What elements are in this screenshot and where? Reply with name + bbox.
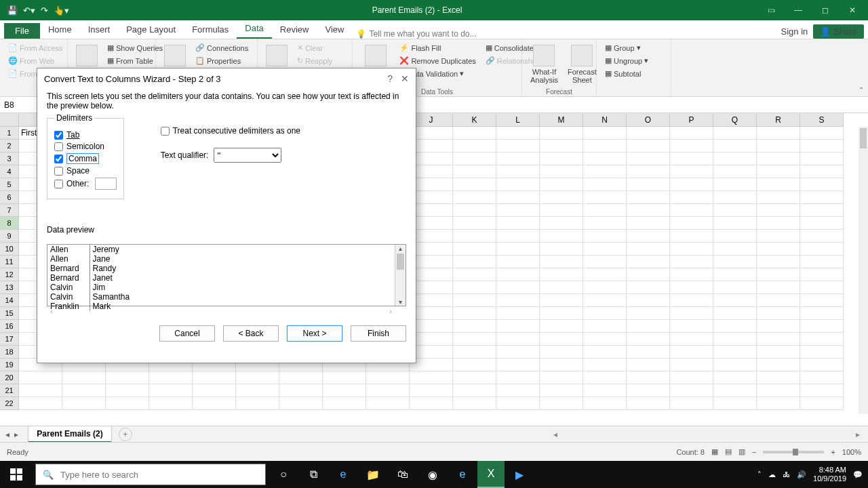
cell[interactable] — [583, 191, 627, 204]
cell[interactable] — [496, 359, 540, 371]
zoom-slider[interactable] — [763, 451, 824, 453]
finish-button[interactable]: Finish — [351, 325, 406, 342]
sort[interactable] — [263, 42, 290, 69]
tray-up-icon[interactable]: ˄ — [757, 470, 762, 479]
cell[interactable] — [713, 384, 757, 397]
cell[interactable] — [496, 294, 540, 307]
cell[interactable] — [583, 333, 627, 346]
cell[interactable] — [713, 191, 757, 204]
cell[interactable] — [627, 178, 670, 191]
cell[interactable] — [279, 371, 323, 384]
cell[interactable] — [540, 256, 583, 268]
cell[interactable] — [800, 333, 844, 346]
cell[interactable] — [757, 268, 800, 281]
cell[interactable] — [540, 320, 583, 333]
cell[interactable] — [670, 140, 713, 152]
cell[interactable] — [583, 230, 627, 243]
cell[interactable] — [62, 384, 106, 397]
cell[interactable] — [627, 281, 670, 294]
cell[interactable] — [713, 268, 757, 281]
cell[interactable] — [583, 268, 627, 281]
touchmode-icon[interactable]: 👆▾ — [54, 5, 69, 16]
signin-link[interactable]: Sign in — [781, 26, 808, 37]
cell[interactable] — [453, 165, 496, 178]
cell[interactable] — [800, 346, 844, 359]
tab-view[interactable]: View — [317, 20, 352, 39]
cell[interactable] — [453, 294, 496, 307]
flash-fill[interactable]: ⚡Flash Fill — [397, 42, 478, 54]
cell[interactable] — [800, 140, 844, 152]
what-if-analysis[interactable]: What-If Analysis — [528, 42, 561, 87]
cell[interactable] — [670, 371, 713, 384]
cell[interactable] — [713, 333, 757, 346]
tab-review[interactable]: Review — [272, 20, 317, 39]
cell[interactable] — [496, 371, 540, 384]
cell[interactable] — [670, 359, 713, 371]
cell[interactable] — [670, 256, 713, 268]
cell[interactable] — [627, 397, 670, 410]
taskbar-search[interactable]: 🔍 Type here to search — [35, 464, 266, 485]
cell[interactable] — [236, 397, 279, 410]
cell[interactable] — [453, 140, 496, 152]
cell[interactable] — [627, 359, 670, 371]
cell[interactable] — [453, 152, 496, 165]
row-header[interactable]: 17 — [0, 333, 19, 346]
cell[interactable] — [670, 294, 713, 307]
cell[interactable] — [670, 268, 713, 281]
row-header[interactable]: 2 — [0, 140, 19, 152]
cell[interactable] — [540, 152, 583, 165]
cell[interactable] — [800, 178, 844, 191]
cell[interactable] — [670, 217, 713, 230]
cell[interactable] — [453, 191, 496, 204]
cell[interactable] — [540, 230, 583, 243]
cell[interactable] — [800, 384, 844, 397]
cell[interactable] — [453, 359, 496, 371]
cell[interactable] — [193, 371, 236, 384]
cell[interactable] — [323, 397, 366, 410]
tab-insert[interactable]: Insert — [80, 20, 119, 39]
col-header[interactable]: K — [453, 113, 496, 127]
cell[interactable] — [453, 384, 496, 397]
cell[interactable] — [583, 140, 627, 152]
cancel-button[interactable]: Cancel — [159, 325, 215, 342]
cell[interactable] — [496, 191, 540, 204]
cell[interactable] — [670, 152, 713, 165]
cell[interactable] — [583, 178, 627, 191]
tab-home[interactable]: Home — [40, 20, 80, 39]
edge-icon[interactable]: e — [328, 461, 358, 488]
cell[interactable] — [627, 152, 670, 165]
cell[interactable] — [800, 191, 844, 204]
cell[interactable] — [540, 359, 583, 371]
cell[interactable] — [713, 320, 757, 333]
cell[interactable] — [757, 294, 800, 307]
connections[interactable]: 🔗Connections — [193, 42, 251, 54]
cell[interactable] — [453, 320, 496, 333]
col-header[interactable]: M — [540, 113, 583, 127]
tell-me[interactable]: 💡Tell me what you want to do... — [356, 29, 476, 39]
cell[interactable] — [410, 371, 453, 384]
cell[interactable] — [410, 384, 453, 397]
cell[interactable] — [713, 397, 757, 410]
cell[interactable] — [583, 320, 627, 333]
row-header[interactable]: 15 — [0, 307, 19, 320]
cell[interactable] — [453, 333, 496, 346]
name-box[interactable]: B8 — [0, 99, 39, 111]
cell[interactable] — [583, 165, 627, 178]
tab-pagelayout[interactable]: Page Layout — [118, 20, 184, 39]
cell[interactable] — [757, 359, 800, 371]
cell[interactable] — [713, 294, 757, 307]
col-header[interactable]: L — [496, 113, 540, 127]
cell[interactable] — [540, 178, 583, 191]
row-header[interactable]: 12 — [0, 268, 19, 281]
cell[interactable] — [540, 333, 583, 346]
cell[interactable] — [496, 268, 540, 281]
cell[interactable] — [670, 384, 713, 397]
cell[interactable] — [540, 268, 583, 281]
cell[interactable] — [713, 204, 757, 217]
cell[interactable] — [453, 243, 496, 256]
row-header[interactable]: 14 — [0, 294, 19, 307]
cell[interactable] — [713, 140, 757, 152]
cell[interactable] — [496, 281, 540, 294]
space-checkbox[interactable] — [54, 167, 63, 176]
cell[interactable] — [583, 243, 627, 256]
